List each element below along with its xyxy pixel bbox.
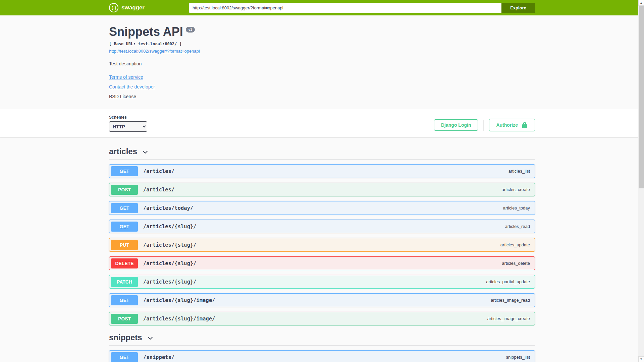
- info-section: Snippets APIv1 [ Base URL: test.local:80…: [109, 15, 535, 109]
- chevron-down-icon: [147, 335, 154, 342]
- operation-id: articles_image_read: [491, 298, 530, 303]
- opblock-articles_update[interactable]: PUT/articles/{slug}/articles_update: [109, 238, 535, 252]
- operation-path[interactable]: /articles/{slug}/: [143, 224, 197, 230]
- operation-id: articles_create: [501, 187, 530, 192]
- operation-path[interactable]: /articles/: [143, 168, 174, 174]
- operation-id: articles_read: [505, 224, 530, 229]
- chevron-down-icon: [142, 149, 149, 156]
- method-badge-get: GET: [111, 352, 138, 362]
- method-badge-get: GET: [111, 295, 138, 305]
- brand-text: swagger: [121, 4, 145, 11]
- lock-icon: [521, 122, 528, 128]
- opblock-snippets_list[interactable]: GET/snippets/snippets_list: [109, 350, 535, 362]
- vertical-scrollbar[interactable]: ▲ ▼: [638, 0, 644, 362]
- schemes-label: Schemes: [109, 115, 147, 120]
- api-title-text: Snippets API: [109, 25, 183, 39]
- opblock-articles_today[interactable]: GET/articles/today/articles_today: [109, 201, 535, 215]
- terms-of-service-link[interactable]: Terms of service: [109, 74, 143, 80]
- page-title: Snippets APIv1: [109, 25, 535, 39]
- operation-id: articles_image_create: [487, 316, 530, 321]
- method-badge-get: GET: [111, 203, 138, 213]
- django-login-label: Django Login: [441, 122, 471, 128]
- tag-header-articles[interactable]: articles: [109, 147, 535, 160]
- download-url-wrapper: Explore: [189, 3, 535, 13]
- auth-wrapper: Django Login Authorize: [434, 119, 535, 132]
- tag-label: articles: [109, 147, 137, 156]
- operation-id: articles_today: [503, 205, 530, 210]
- main-content: Snippets APIv1 [ Base URL: test.local:80…: [0, 15, 644, 362]
- opblock-articles_image_read[interactable]: GET/articles/{slug}/image/articles_image…: [109, 293, 535, 307]
- tag-section-articles: articlesGET/articles/articles_listPOST/a…: [109, 147, 535, 325]
- method-badge-put: PUT: [111, 240, 138, 250]
- base-url: [ Base URL: test.local:8002/ ]: [109, 42, 535, 46]
- scheme-container: Schemes HTTP Django Login Authorize: [0, 109, 644, 137]
- opblock-articles_create[interactable]: POST/articles/articles_create: [109, 183, 535, 196]
- method-badge-get: GET: [111, 166, 138, 176]
- method-badge-patch: PATCH: [111, 277, 138, 287]
- operation-path[interactable]: /articles/{slug}/: [143, 279, 197, 285]
- opblock-articles_delete[interactable]: DELETE/articles/{slug}/articles_delete: [109, 256, 535, 270]
- method-badge-get: GET: [111, 222, 138, 232]
- operation-path[interactable]: /articles/{slug}/image/: [143, 297, 215, 303]
- operation-id: articles_delete: [502, 261, 530, 266]
- tag-section-snippets: snippetsGET/snippets/snippets_list: [109, 333, 535, 362]
- tag-header-snippets[interactable]: snippets: [109, 333, 535, 346]
- swagger-logo-icon: {-}: [109, 3, 118, 12]
- spec-url-input[interactable]: [189, 3, 501, 13]
- opblock-articles_image_create[interactable]: POST/articles/{slug}/image/articles_imag…: [109, 312, 535, 325]
- operation-path[interactable]: /articles/{slug}/: [143, 242, 197, 248]
- operation-path[interactable]: /articles/{slug}/image/: [143, 316, 215, 322]
- license-text: BSD License: [109, 94, 535, 99]
- method-badge-delete: DELETE: [111, 258, 138, 268]
- method-badge-post: POST: [111, 314, 138, 324]
- scheme-wrapper: Schemes HTTP Django Login Authorize: [109, 115, 535, 132]
- explore-button[interactable]: Explore: [501, 3, 535, 13]
- topbar-wrapper: {-} swagger Explore: [109, 3, 535, 13]
- authorize-label: Authorize: [496, 122, 518, 128]
- topbar: {-} swagger Explore: [0, 0, 644, 15]
- spec-link[interactable]: http://test.local:8002/swagger/?format=o…: [109, 49, 200, 54]
- operation-path[interactable]: /snippets/: [143, 354, 174, 360]
- tag-label: snippets: [109, 333, 142, 342]
- api-description: Test description: [109, 61, 535, 66]
- schemes-select[interactable]: HTTP: [109, 121, 147, 132]
- operations-list: articlesGET/articles/articles_listPOST/a…: [109, 137, 535, 362]
- operation-path[interactable]: /articles/today/: [143, 205, 193, 211]
- operation-id: snippets_list: [506, 355, 530, 360]
- scrollbar-thumb[interactable]: [639, 6, 644, 188]
- opblock-articles_partial_update[interactable]: PATCH/articles/{slug}/articles_partial_u…: [109, 275, 535, 289]
- schemes: Schemes HTTP: [109, 115, 147, 132]
- operation-id: articles_list: [508, 169, 530, 174]
- operation-id: articles_update: [500, 242, 530, 247]
- authorize-button[interactable]: Authorize: [489, 119, 535, 131]
- version-badge: v1: [186, 27, 195, 33]
- contact-developer-link[interactable]: Contact the developer: [109, 84, 155, 89]
- operation-path[interactable]: /articles/{slug}/: [143, 260, 197, 266]
- scroll-up-icon[interactable]: ▲: [638, 0, 644, 6]
- operation-path[interactable]: /articles/: [143, 187, 174, 193]
- opblock-articles_list[interactable]: GET/articles/articles_list: [109, 164, 535, 178]
- django-login-button[interactable]: Django Login: [434, 119, 478, 131]
- opblock-articles_read[interactable]: GET/articles/{slug}/articles_read: [109, 220, 535, 233]
- auth-divider: [483, 120, 484, 131]
- swagger-logo[interactable]: {-} swagger: [109, 3, 145, 12]
- scroll-down-icon[interactable]: ▼: [638, 356, 644, 362]
- method-badge-post: POST: [111, 185, 138, 195]
- operation-id: articles_partial_update: [486, 279, 530, 284]
